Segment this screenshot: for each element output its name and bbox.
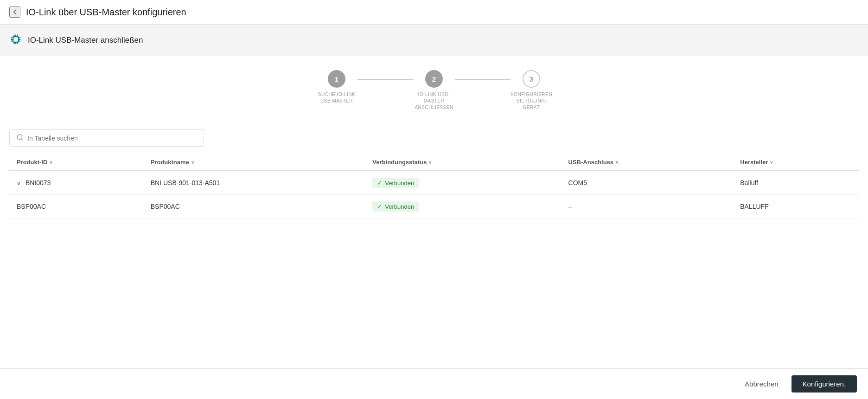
- status-badge-2: ✓ Verbunden: [372, 201, 419, 212]
- cell-produkt-id-2: BSP00AC: [9, 195, 143, 219]
- search-icon: [16, 134, 24, 142]
- col-header-produkt-id: Produkt-ID ∨: [9, 154, 143, 171]
- cell-hersteller-2: BALLUFF: [733, 195, 859, 219]
- step-1-label: SUCHE IO-LINK USB MASTER: [316, 91, 357, 104]
- cell-produkt-id-1: ∨ BNI0073: [9, 171, 143, 195]
- cell-hersteller-1: Balluff: [733, 171, 859, 195]
- table-row[interactable]: ∨ BNI0073 BNI USB-901-013-A501 ✓ Verbund…: [9, 171, 859, 195]
- data-table: Produkt-ID ∨ Produktname ∨ Verbindungsst…: [9, 154, 859, 219]
- cell-verbindungsstatus-2: ✓ Verbunden: [365, 195, 561, 219]
- step-1: 1 SUCHE IO-LINK USB MASTER: [316, 70, 357, 104]
- col-header-produktname: Produktname ∨: [143, 154, 365, 171]
- page-title: IO-Link über USB-Master konfigurieren: [26, 7, 186, 18]
- step-connector-2: [455, 79, 511, 80]
- cell-usb-anschluss-2: –: [561, 195, 733, 219]
- cell-produktname-2: BSP00AC: [143, 195, 365, 219]
- section-heading-text: IO-Link USB-Master anschließen: [28, 36, 143, 45]
- configure-button[interactable]: Konfigurieren.: [791, 375, 857, 393]
- page-footer: Abbrechen Konfigurieren.: [0, 368, 868, 399]
- sort-icon-hersteller: ∨: [770, 160, 773, 165]
- step-2: 2 IO-LINK USB-MASTER ANSCHLIESSEN: [413, 70, 455, 111]
- cell-verbindungsstatus-1: ✓ Verbunden: [365, 171, 561, 195]
- cancel-button[interactable]: Abbrechen: [737, 376, 786, 392]
- col-header-hersteller: Hersteller ∨: [733, 154, 859, 171]
- page-header: IO-Link über USB-Master konfigurieren: [0, 0, 868, 25]
- step-3: 3 KONFIGURIEREN SIE IO-LINK-GERÄT: [511, 70, 552, 111]
- chip-icon: [9, 33, 22, 47]
- svg-line-2: [21, 139, 23, 140]
- expand-button-1[interactable]: ∨: [17, 180, 21, 187]
- col-header-verbindungsstatus: Verbindungsstatus ∨: [365, 154, 561, 171]
- step-3-circle: 3: [523, 70, 540, 88]
- step-3-label: KONFIGURIEREN SIE IO-LINK-GERÄT: [511, 91, 552, 111]
- cell-usb-anschluss-1: COM5: [561, 171, 733, 195]
- content-area: Produkt-ID ∨ Produktname ∨ Verbindungsst…: [0, 120, 868, 368]
- step-2-circle: 2: [425, 70, 443, 88]
- table-row[interactable]: BSP00AC BSP00AC ✓ Verbunden – BALLUFF: [9, 195, 859, 219]
- check-icon-2: ✓: [377, 203, 383, 210]
- sort-icon-verbindungsstatus: ∨: [428, 160, 432, 165]
- sort-icon-usb-anschluss: ∨: [615, 160, 619, 165]
- step-1-circle: 1: [328, 70, 345, 88]
- status-badge-1: ✓ Verbunden: [372, 178, 419, 188]
- check-icon-1: ✓: [377, 179, 383, 187]
- section-heading: IO-Link USB-Master anschließen: [0, 25, 868, 56]
- col-header-usb-anschluss: USB-Anschluss ∨: [561, 154, 733, 171]
- sort-icon-produktname: ∨: [191, 160, 194, 165]
- table-header-row: Produkt-ID ∨ Produktname ∨ Verbindungsst…: [9, 154, 859, 171]
- svg-rect-0: [13, 37, 19, 42]
- stepper: 1 SUCHE IO-LINK USB MASTER 2 IO-LINK USB…: [0, 56, 868, 120]
- step-connector-1: [357, 79, 413, 80]
- cell-produktname-1: BNI USB-901-013-A501: [143, 171, 365, 195]
- sort-icon-produkt-id: ∨: [49, 160, 52, 165]
- search-input[interactable]: [27, 135, 197, 142]
- search-bar[interactable]: [9, 129, 204, 147]
- step-2-label: IO-LINK USB-MASTER ANSCHLIESSEN: [413, 91, 455, 111]
- back-button[interactable]: [9, 6, 20, 18]
